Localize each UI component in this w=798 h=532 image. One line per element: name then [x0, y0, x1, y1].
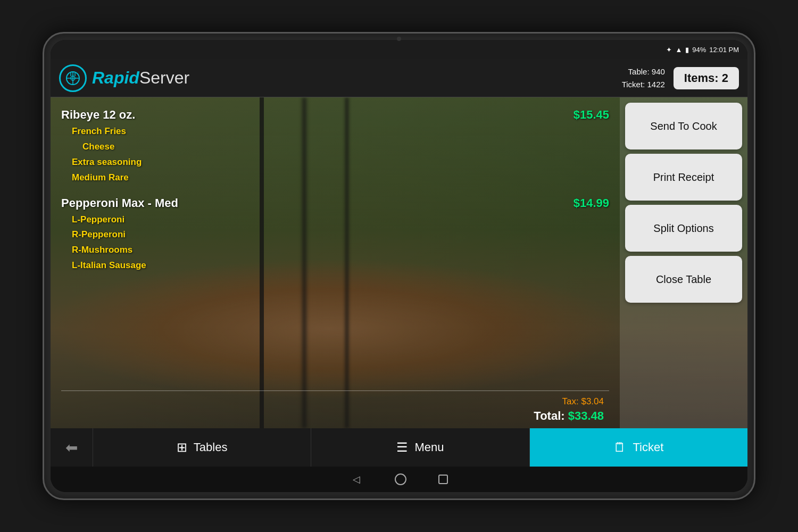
camera-dot: [397, 37, 401, 41]
items-count: 2: [722, 71, 728, 85]
tables-nav-button[interactable]: ⊞ Tables: [93, 428, 311, 467]
order-item-ribeye[interactable]: Ribeye 12 oz. $15.45 French Fries Cheese…: [61, 108, 609, 186]
bottom-nav: ⬅ ⊞ Tables ☰ Menu 🗒 Ticket: [51, 428, 747, 467]
tables-label: Tables: [194, 440, 228, 454]
item-main-ribeye: Ribeye 12 oz. $15.45: [61, 108, 609, 122]
tax-amount: $3.04: [581, 396, 604, 406]
clock: 12:01 PM: [709, 46, 739, 54]
item-name-ribeye: Ribeye 12 oz.: [61, 108, 135, 122]
close-table-button[interactable]: Close Table: [625, 256, 742, 303]
ticket-number: 1422: [647, 80, 664, 89]
totals-area: Tax: $3.04 Total: $33.48: [61, 396, 609, 423]
tablet-frame: ✦ ▲ ▮ 94% 12:01 PM: [43, 32, 755, 500]
item-price-ribeye: $15.45: [573, 108, 609, 122]
print-receipt-button[interactable]: Print Receipt: [625, 154, 742, 201]
logout-button[interactable]: ⬅: [51, 428, 93, 467]
logo-icon: [59, 64, 87, 92]
tablet-inner: ✦ ▲ ▮ 94% 12:01 PM: [51, 40, 747, 492]
menu-nav-button[interactable]: ☰ Menu: [311, 428, 529, 467]
logo-server: Server: [139, 68, 189, 87]
total-label: Total:: [534, 409, 564, 422]
menu-label: Menu: [414, 440, 444, 454]
tax-line: Tax: $3.04: [61, 396, 604, 407]
modifier-l-pepperoni: L-Pepperoni: [61, 212, 609, 228]
total-amount: $33.48: [568, 409, 604, 422]
header-right: Table: 940 Ticket: 1422 Items: 2: [622, 65, 739, 91]
modifier-cheese: Cheese: [61, 139, 609, 155]
table-line: Table: 940: [622, 65, 665, 78]
tax-label: Tax:: [562, 396, 579, 406]
logo-rapid: Rapid: [92, 68, 139, 87]
logout-icon: ⬅: [65, 439, 78, 456]
status-icons: ✦ ▲ ▮ 94% 12:01 PM: [666, 46, 739, 54]
ticket-line: Ticket: 1422: [622, 78, 665, 91]
order-item-pepperoni[interactable]: Pepperoni Max - Med $14.99 L-Pepperoni R…: [61, 196, 609, 274]
modifier-l-italian-sausage: L-Italian Sausage: [61, 258, 609, 273]
table-info: Table: 940 Ticket: 1422: [622, 65, 665, 91]
ticket-nav-button[interactable]: 🗒 Ticket: [530, 428, 747, 467]
items-badge: Items: 2: [674, 67, 739, 89]
divider: [61, 390, 609, 391]
order-items: Ribeye 12 oz. $15.45 French Fries Cheese…: [61, 108, 609, 385]
total-line: Total: $33.48: [61, 409, 604, 423]
status-bar: ✦ ▲ ▮ 94% 12:01 PM: [51, 40, 747, 59]
recent-button[interactable]: [438, 475, 448, 484]
item-main-pepperoni: Pepperoni Max - Med $14.99: [61, 196, 609, 210]
items-label: Items:: [684, 71, 719, 85]
modifier-french-fries: French Fries: [61, 124, 609, 139]
ticket-label: Ticket:: [622, 80, 645, 89]
main-content: Ribeye 12 oz. $15.45 French Fries Cheese…: [51, 97, 747, 428]
item-name-pepperoni: Pepperoni Max - Med: [61, 196, 178, 210]
send-to-cook-button[interactable]: Send To Cook: [625, 103, 742, 149]
ticket-icon: 🗒: [613, 440, 626, 455]
modifier-extra-seasoning: Extra seasoning: [61, 155, 609, 170]
item-price-pepperoni: $14.99: [573, 196, 609, 210]
table-number: 940: [652, 67, 665, 76]
modifier-r-mushrooms: R-Mushrooms: [61, 243, 609, 258]
system-nav: ◁: [51, 467, 747, 492]
app-header: RapidServer Table: 940 Ticket: 1422 Item…: [51, 59, 747, 97]
logo-text: RapidServer: [92, 68, 189, 88]
ticket-nav-label: Ticket: [633, 440, 663, 454]
modifier-r-pepperoni: R-Pepperoni: [61, 227, 609, 243]
split-options-button[interactable]: Split Options: [625, 205, 742, 252]
order-panel: Ribeye 12 oz. $15.45 French Fries Cheese…: [51, 97, 620, 428]
logo-area: RapidServer: [59, 64, 622, 92]
battery-percent: 94%: [692, 46, 706, 54]
modifier-medium-rare: Medium Rare: [61, 170, 609, 186]
bluetooth-icon: ✦: [666, 46, 672, 54]
back-button[interactable]: ◁: [350, 473, 363, 486]
action-panel: Send To Cook Print Receipt Split Options…: [620, 97, 747, 428]
battery-icon: ▮: [685, 46, 689, 54]
menu-icon: ☰: [396, 440, 408, 455]
tables-icon: ⊞: [177, 440, 187, 455]
wifi-icon: ▲: [675, 46, 682, 54]
home-button[interactable]: [395, 473, 406, 485]
table-label: Table:: [628, 67, 650, 76]
